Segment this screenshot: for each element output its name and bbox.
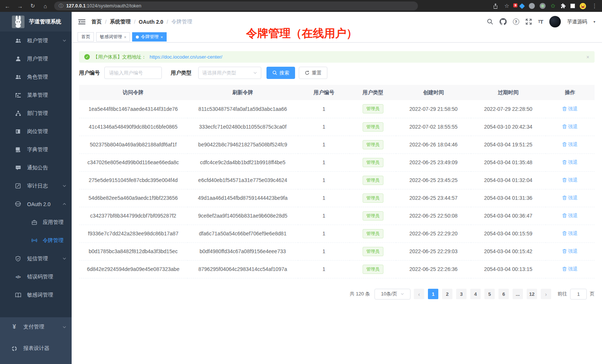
page-button-4[interactable]: 4: [470, 289, 481, 299]
roles-icon: [15, 74, 21, 80]
force-logout-button[interactable]: 强退: [562, 159, 578, 166]
username[interactable]: 芋道源码: [567, 19, 587, 25]
chevron-up-icon: [62, 202, 66, 206]
sidebar-item-post[interactable]: 岗位管理: [0, 122, 72, 140]
github-icon[interactable]: [500, 18, 507, 25]
goto-label: 前往: [557, 291, 567, 297]
force-logout-button[interactable]: 强退: [562, 212, 578, 219]
bookmark-star-icon[interactable]: ☆: [503, 3, 510, 9]
code-icon: </>: [15, 274, 21, 280]
sidebar-item-menu[interactable]: 菜单管理: [0, 86, 72, 104]
force-logout-button[interactable]: 强退: [562, 195, 578, 201]
user-type-placeholder: 请选择用户类型: [202, 70, 236, 76]
sidebar-item-user[interactable]: 用户管理: [0, 50, 72, 68]
force-logout-button[interactable]: 强退: [562, 266, 578, 272]
tag-home[interactable]: 首页: [78, 32, 94, 42]
gray-extension-icon[interactable]: [529, 3, 535, 9]
browser-forward-icon[interactable]: →: [16, 3, 24, 9]
green-dot-extension-icon[interactable]: [540, 3, 546, 9]
sidebar-item-dept[interactable]: 部门管理: [0, 104, 72, 122]
tag-close-icon[interactable]: ×: [160, 35, 163, 39]
sidebar-item-sensitive-words[interactable]: 敏感词管理: [0, 286, 72, 304]
page-button-2[interactable]: 2: [442, 289, 452, 299]
breadcrumb-oauth[interactable]: OAuth 2.0: [139, 19, 163, 25]
tag-close-icon[interactable]: ×: [124, 35, 126, 39]
sidebar-item-error-code[interactable]: </> 错误码管理: [0, 268, 72, 286]
address-bar[interactable]: ⓘ 127.0.0.1:1024/system/oauth2/token: [54, 1, 418, 10]
success-check-icon: ✓: [84, 54, 90, 60]
expire-time: 2054-03-04 00:13:15: [471, 260, 546, 278]
sidebar-item-role[interactable]: 角色管理: [0, 68, 72, 86]
sidebar-item-label: 报表设计器: [23, 345, 49, 352]
created-time: 2022-07-02 18:55:55: [396, 118, 471, 136]
sidebar-item-oauth-app[interactable]: 应用管理: [0, 213, 72, 231]
sidebar-item-oauth-token[interactable]: 令牌管理: [0, 231, 72, 249]
trash-icon: [562, 178, 567, 182]
force-logout-button[interactable]: 强退: [562, 248, 578, 255]
profile-avatar-icon[interactable]: [580, 3, 586, 9]
more-pages-button[interactable]: ...: [513, 289, 523, 299]
sidebar-item-label: 菜单管理: [27, 92, 48, 99]
force-logout-button[interactable]: 强退: [562, 230, 578, 237]
user-avatar[interactable]: [549, 16, 561, 27]
force-logout-button[interactable]: 强退: [562, 141, 578, 148]
trash-icon: [562, 249, 567, 254]
user-menu-caret-icon[interactable]: ▾: [593, 20, 595, 24]
split-screen-icon[interactable]: [570, 4, 575, 8]
help-icon[interactable]: ?: [513, 19, 519, 25]
sidebar-item-audit-log[interactable]: 审计日志: [0, 177, 72, 195]
browser-menu-icon[interactable]: ⋮: [591, 3, 598, 9]
page-button-5[interactable]: 5: [484, 289, 495, 299]
sidebar-item-notice[interactable]: 通知公告: [0, 159, 72, 177]
evernote-extension-icon[interactable]: ✩: [550, 3, 555, 9]
user-id-input[interactable]: [104, 67, 162, 79]
site-info-icon[interactable]: ⓘ: [59, 3, 63, 9]
breadcrumb: 首页 / 系统管理 / OAuth 2.0 / 令牌管理: [91, 19, 192, 25]
browser-back-icon[interactable]: ←: [4, 3, 11, 9]
page-button-3[interactable]: 3: [456, 289, 467, 299]
table-row: 54d6be82ee5a460a9aedc1f9bf223656 49d1aa4…: [79, 189, 595, 207]
tag-sensitive-words[interactable]: 敏感词管理 ×: [96, 32, 130, 42]
user-type-select[interactable]: 请选择用户类型: [198, 67, 261, 79]
user-type-badge: 管理员: [363, 247, 383, 256]
breadcrumb-system[interactable]: 系统管理: [110, 19, 131, 25]
goto-page-input[interactable]: [570, 289, 587, 300]
sidebar-item-payment[interactable]: ¥ 支付管理: [0, 317, 72, 337]
table-row: c347026e805e4d99b0d116eae66eda8c cdfc4ce…: [79, 153, 595, 171]
search-icon[interactable]: [487, 19, 493, 25]
alert-close-icon[interactable]: ×: [586, 54, 589, 60]
token-table: 访问令牌 刷新令牌 用户编号 用户类型 创建时间 过期时间 操作 1ea5e44…: [79, 85, 595, 278]
extensions-puzzle-icon[interactable]: [560, 3, 566, 9]
sidebar-item-dict[interactable]: 字典管理: [0, 140, 72, 159]
reset-button-label: 重置: [312, 70, 321, 76]
collapse-sidebar-icon[interactable]: [78, 19, 85, 25]
sidebar-item-sms[interactable]: 短信管理: [0, 249, 72, 268]
audit-log-icon: [15, 183, 21, 189]
force-logout-button[interactable]: 强退: [562, 123, 578, 130]
gem-extension-icon[interactable]: [519, 3, 525, 9]
page-button-6[interactable]: 6: [498, 289, 509, 299]
font-size-icon[interactable]: TT: [538, 19, 543, 25]
app-logo[interactable]: 芋道管理系统: [0, 12, 72, 32]
access-token: c347026e805e4d99b0d116eae66eda8c: [79, 153, 187, 171]
fullscreen-icon[interactable]: [526, 19, 532, 25]
search-button[interactable]: 搜索: [266, 67, 295, 79]
page-button-12[interactable]: 12: [527, 289, 537, 299]
page-size-select[interactable]: 10条/页: [374, 289, 410, 300]
browser-reload-icon[interactable]: ↻: [29, 3, 36, 9]
sidebar-item-oauth[interactable]: OAuth 2.0: [0, 195, 72, 213]
tag-label: 令牌管理: [141, 34, 158, 40]
share-icon[interactable]: [493, 3, 498, 9]
force-logout-button[interactable]: 强退: [562, 106, 578, 112]
reset-button[interactable]: 重置: [299, 67, 327, 79]
browser-home-icon[interactable]: ⌂: [42, 3, 49, 9]
page-button-1[interactable]: 1: [428, 289, 438, 299]
sidebar-item-report-designer[interactable]: 报表设计器: [0, 339, 72, 358]
next-page-button[interactable]: ›: [541, 289, 551, 299]
tag-token-management[interactable]: 令牌管理 ×: [132, 32, 166, 42]
sidebar-item-tenant[interactable]: 租户管理: [0, 32, 72, 50]
prev-page-button[interactable]: ‹: [414, 289, 424, 299]
force-logout-button[interactable]: 强退: [562, 177, 578, 183]
breadcrumb-home[interactable]: 首页: [91, 19, 102, 25]
doc-link[interactable]: https://doc.iocoder.cn/user-center/: [150, 54, 222, 60]
